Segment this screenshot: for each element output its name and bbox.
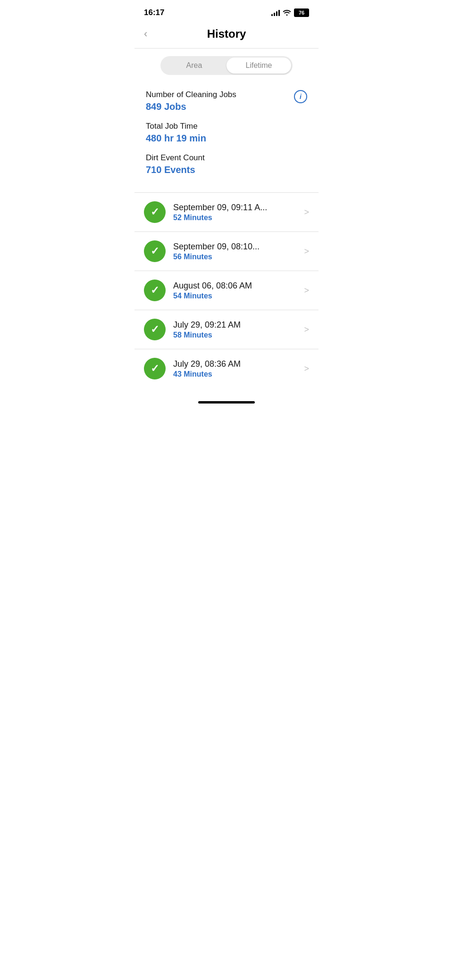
job-info-1: September 09, 09:11 A... 52 Minutes <box>173 203 300 222</box>
checkmark-icon: ✓ <box>151 363 159 374</box>
job-info-5: July 29, 08:36 AM 43 Minutes <box>173 359 300 379</box>
info-icon[interactable]: i <box>294 90 307 103</box>
signal-icon <box>271 9 280 16</box>
stat-total-job-time: Total Job Time 480 hr 19 min <box>146 122 307 144</box>
job-item-3[interactable]: ✓ August 06, 08:06 AM 54 Minutes > <box>134 271 319 310</box>
job-check-icon-1: ✓ <box>144 201 166 223</box>
tab-area[interactable]: Area <box>162 58 226 74</box>
job-item-5[interactable]: ✓ July 29, 08:36 AM 43 Minutes > <box>134 349 319 388</box>
job-check-icon-2: ✓ <box>144 240 166 262</box>
chevron-right-icon: > <box>304 207 309 217</box>
job-item-1[interactable]: ✓ September 09, 09:11 A... 52 Minutes > <box>134 192 319 231</box>
status-bar: 16:17 76 <box>134 0 319 24</box>
job-info-4: July 29, 09:21 AM 58 Minutes <box>173 320 300 339</box>
tab-container: Area Lifetime <box>134 49 319 82</box>
job-check-icon-4: ✓ <box>144 319 166 340</box>
tab-group: Area Lifetime <box>160 56 293 75</box>
nav-header: ‹ History <box>134 24 319 48</box>
checkmark-icon: ✓ <box>151 246 159 256</box>
page-title: History <box>207 27 246 41</box>
checkmark-icon: ✓ <box>151 324 159 335</box>
home-indicator-bar <box>198 401 255 404</box>
job-check-icon-3: ✓ <box>144 280 166 301</box>
job-info-2: September 09, 08:10... 56 Minutes <box>173 242 300 261</box>
job-list: ✓ September 09, 09:11 A... 52 Minutes > … <box>134 192 319 388</box>
chevron-right-icon: > <box>304 325 309 335</box>
job-item-2[interactable]: ✓ September 09, 08:10... 56 Minutes > <box>134 231 319 271</box>
tab-lifetime[interactable]: Lifetime <box>226 58 291 74</box>
wifi-icon <box>283 9 291 17</box>
checkmark-icon: ✓ <box>151 207 159 217</box>
back-button[interactable]: ‹ <box>144 28 147 40</box>
job-check-icon-5: ✓ <box>144 358 166 379</box>
chevron-right-icon: > <box>304 364 309 374</box>
status-icons: 76 <box>271 8 309 17</box>
job-item-4[interactable]: ✓ July 29, 09:21 AM 58 Minutes > <box>134 310 319 349</box>
stat-dirt-event-count: Dirt Event Count 710 Events <box>146 153 307 175</box>
home-indicator <box>134 394 319 407</box>
job-info-3: August 06, 08:06 AM 54 Minutes <box>173 281 300 300</box>
chevron-right-icon: > <box>304 286 309 296</box>
stat-cleaning-jobs: Number of Cleaning Jobs 849 Jobs i <box>146 90 307 112</box>
checkmark-icon: ✓ <box>151 285 159 296</box>
status-time: 16:17 <box>144 8 164 17</box>
chevron-right-icon: > <box>304 247 309 256</box>
battery-icon: 76 <box>294 8 309 17</box>
stats-section: Number of Cleaning Jobs 849 Jobs i Total… <box>134 82 319 189</box>
